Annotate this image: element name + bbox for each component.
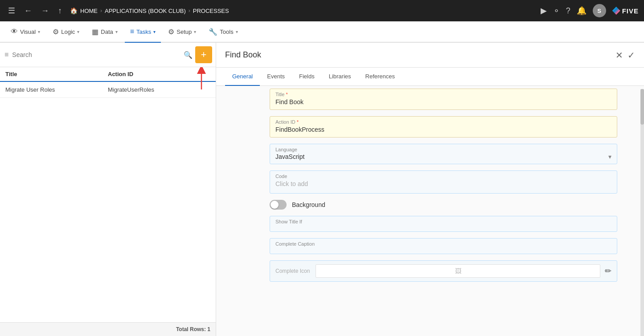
complete-caption-label: Complete Caption xyxy=(275,241,611,247)
processes-label[interactable]: PROCESSES xyxy=(193,8,229,14)
icon-preview: 🖼 xyxy=(316,264,600,278)
visual-icon: 👁 xyxy=(11,28,18,36)
setup-label: Setup xyxy=(176,28,192,35)
table-footer: Total Rows: 1 xyxy=(0,322,216,336)
add-button[interactable]: + xyxy=(195,46,212,63)
applications-label[interactable]: APPLICATIONS (BOOK CLUB) xyxy=(105,8,186,14)
top-nav-actions: ▶ ⚬ ? 🔔 S FIVE xyxy=(541,4,639,17)
tabs-bar: General Events Fields Libraries Referenc… xyxy=(216,68,644,86)
logic-chevron-icon: ▾ xyxy=(77,29,79,34)
data-chevron-icon: ▾ xyxy=(115,29,118,34)
left-panel: ≡ 🔍 + Title Action ID Migrate User Roles xyxy=(0,43,216,336)
breadcrumb-sep-1: › xyxy=(100,8,102,14)
nav-tasks[interactable]: ≡ Tasks ▾ xyxy=(125,21,161,43)
play-icon[interactable]: ▶ xyxy=(541,6,547,16)
top-navbar: ☰ ← → ↑ 🏠 HOME › APPLICATIONS (BOOK CLUB… xyxy=(0,0,644,21)
background-toggle[interactable] xyxy=(270,200,287,210)
complete-caption-field[interactable]: Complete Caption xyxy=(270,238,617,254)
total-rows-label: Total Rows: 1 xyxy=(176,326,210,332)
visual-label: Visual xyxy=(20,28,36,35)
toggle-knob xyxy=(271,201,279,209)
nav-tools[interactable]: 🔧 Tools ▾ xyxy=(203,21,243,43)
scrollbar-track[interactable] xyxy=(640,89,644,336)
complete-icon-row: Complete Icon 🖼 ✏ xyxy=(270,260,617,282)
search-icon[interactable]: 🔍 xyxy=(184,51,193,59)
table-row[interactable]: Migrate User Roles MigrateUserRoles xyxy=(0,82,216,98)
close-button[interactable]: ✕ xyxy=(615,50,623,61)
breadcrumb: 🏠 HOME › APPLICATIONS (BOOK CLUB) › PROC… xyxy=(70,7,229,14)
tab-fields[interactable]: Fields xyxy=(292,68,322,86)
col-header-title: Title xyxy=(5,71,108,77)
help-icon[interactable]: ? xyxy=(566,6,570,16)
code-label: Code xyxy=(275,174,611,179)
right-panel: Find Book ✕ ✓ General Events Fields Libr… xyxy=(216,43,644,336)
row-action-id: MigrateUserRoles xyxy=(108,86,210,93)
nav-logic[interactable]: ⚙ Logic ▾ xyxy=(47,21,85,43)
main-layout: ≡ 🔍 + Title Action ID Migrate User Roles xyxy=(0,43,644,336)
data-icon: ▦ xyxy=(92,28,98,36)
tab-libraries[interactable]: Libraries xyxy=(322,68,358,86)
action-id-label: Action ID * xyxy=(275,119,611,125)
title-field-group-styled: Title * xyxy=(270,89,617,110)
show-title-field[interactable]: Show Title If xyxy=(270,216,617,232)
right-header: Find Book ✕ ✓ xyxy=(216,43,644,68)
scrollbar-thumb[interactable] xyxy=(640,89,644,125)
tasks-icon: ≡ xyxy=(130,28,134,36)
tab-general[interactable]: General xyxy=(225,68,260,86)
five-logo-text: FIVE xyxy=(622,7,639,15)
nav-setup[interactable]: ⚙ Setup ▾ xyxy=(163,21,201,43)
table-header: Title Action ID xyxy=(0,67,216,82)
nav-visual[interactable]: 👁 Visual ▾ xyxy=(5,21,45,43)
code-placeholder: Click to add xyxy=(275,180,308,187)
title-input-real[interactable] xyxy=(275,98,611,105)
visual-chevron-icon: ▾ xyxy=(38,29,40,34)
row-title: Migrate User Roles xyxy=(5,86,108,93)
logic-icon: ⚙ xyxy=(53,28,59,36)
home-label[interactable]: HOME xyxy=(80,8,98,14)
setup-chevron-icon: ▾ xyxy=(194,29,196,34)
nav-data[interactable]: ▦ Data ▾ xyxy=(86,21,123,43)
form-content: Title * Action ID * Language JavaScript … xyxy=(216,86,644,336)
search-nav-icon[interactable]: ⚬ xyxy=(553,6,560,16)
five-logo: FIVE xyxy=(612,7,639,15)
code-field[interactable]: Code Click to add xyxy=(270,170,617,194)
menu-icon[interactable]: ☰ xyxy=(5,4,18,17)
tab-events[interactable]: Events xyxy=(260,68,292,86)
logo-diamond-icon xyxy=(612,7,620,15)
complete-caption-field-group: Complete Caption xyxy=(270,238,617,254)
show-title-field-group: Show Title If xyxy=(270,216,617,232)
code-field-group: Code Click to add xyxy=(270,170,617,194)
action-id-input[interactable] xyxy=(275,126,611,133)
forward-icon[interactable]: → xyxy=(38,4,52,17)
action-id-field-group: Action ID * xyxy=(270,116,617,138)
bell-icon[interactable]: 🔔 xyxy=(577,6,587,16)
right-panel-title: Find Book xyxy=(225,50,615,60)
data-label: Data xyxy=(101,28,113,35)
language-field-group: Language JavaScript ▾ JavaScript TypeScr… xyxy=(270,144,617,164)
search-input[interactable] xyxy=(12,51,181,58)
confirm-button[interactable]: ✓ xyxy=(628,50,635,61)
logic-label: Logic xyxy=(61,28,75,35)
background-label: Background xyxy=(292,201,325,208)
col-header-action-id: Action ID xyxy=(108,71,210,77)
image-icon: 🖼 xyxy=(455,267,461,275)
up-icon[interactable]: ↑ xyxy=(55,4,65,17)
complete-icon-label: Complete Icon xyxy=(275,268,311,274)
second-navbar: 👁 Visual ▾ ⚙ Logic ▾ ▦ Data ▾ ≡ Tasks ▾ … xyxy=(0,21,644,43)
back-icon[interactable]: ← xyxy=(21,4,35,17)
tools-icon: 🔧 xyxy=(209,28,217,36)
tasks-chevron-icon: ▾ xyxy=(153,29,156,34)
tab-references[interactable]: References xyxy=(358,68,402,86)
tools-chevron-icon: ▾ xyxy=(236,29,238,34)
table-body: Migrate User Roles MigrateUserRoles xyxy=(0,82,216,322)
title-label: Title * xyxy=(275,92,611,97)
tasks-label: Tasks xyxy=(136,28,151,35)
breadcrumb-sep-2: › xyxy=(189,8,190,14)
avatar[interactable]: S xyxy=(593,4,606,17)
filter-icon: ≡ xyxy=(4,50,9,60)
show-title-label: Show Title If xyxy=(275,219,611,224)
search-bar: ≡ 🔍 + xyxy=(0,43,216,67)
edit-icon-button[interactable]: ✏ xyxy=(605,266,611,276)
setup-icon: ⚙ xyxy=(168,28,174,36)
background-toggle-row: Background xyxy=(270,200,617,210)
